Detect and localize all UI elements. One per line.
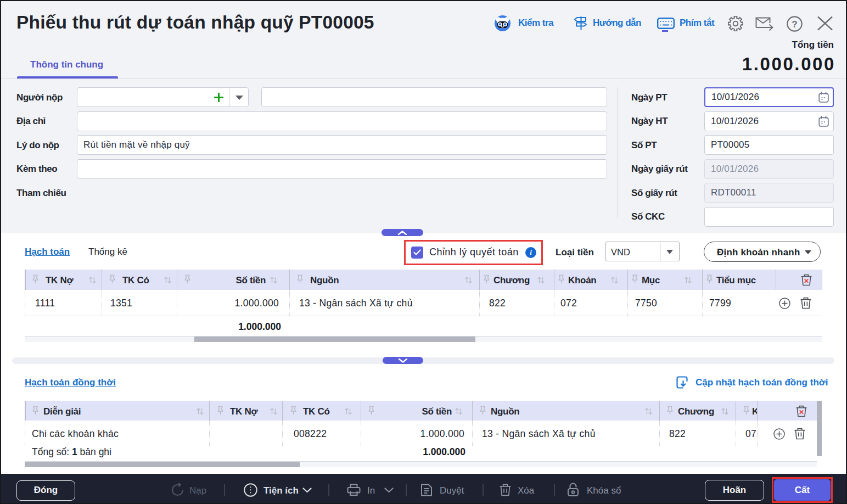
svg-text:?: ? bbox=[792, 19, 797, 30]
svg-text:✕: ✕ bbox=[804, 277, 809, 285]
svg-text:✕: ✕ bbox=[799, 408, 804, 416]
